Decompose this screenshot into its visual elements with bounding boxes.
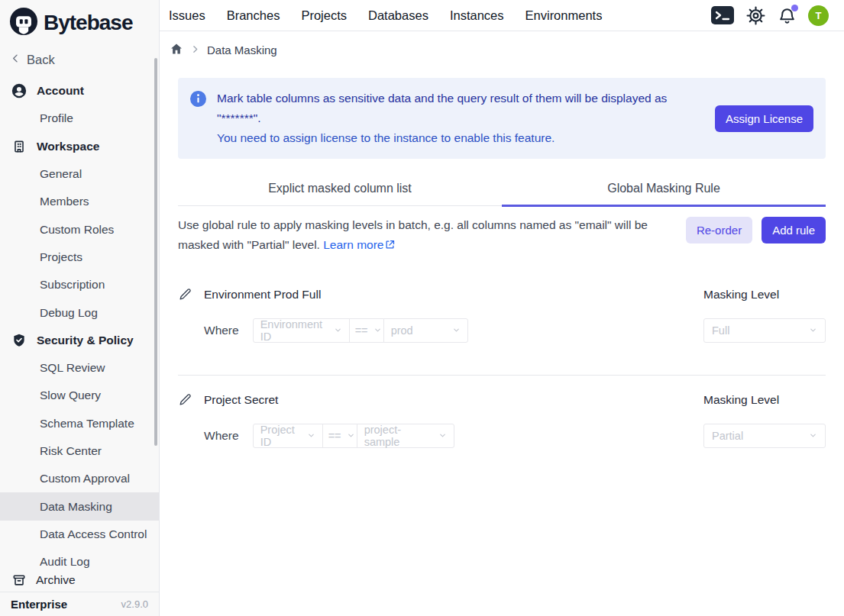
sidebar-group-account: Account: [0, 77, 159, 105]
edit-pencil-icon[interactable]: [178, 392, 192, 407]
rule-1-condition-row: Where Environment ID == prod: [178, 318, 826, 343]
add-rule-button[interactable]: Add rule: [762, 217, 826, 243]
header-actions: T: [711, 5, 829, 26]
back-label: Back: [27, 53, 55, 67]
notifications-bell-icon[interactable]: [778, 6, 797, 25]
masking-rule-card-1: Environment Prod Full Masking Level Wher…: [178, 287, 826, 343]
sidebar-item-members[interactable]: Members: [0, 188, 159, 215]
field-select[interactable]: Project ID: [253, 424, 323, 448]
sidebar-nav: Account Profile Workspace General Member…: [0, 69, 159, 569]
banner-text: Mark table columns as sensitive data and…: [217, 89, 704, 148]
chevron-down-icon: [307, 430, 315, 442]
edit-pencil-icon[interactable]: [178, 287, 192, 302]
sidebar-item-data-access-control[interactable]: Data Access Control: [0, 521, 159, 548]
plan-label: Enterprise: [11, 598, 67, 611]
nav-link-databases[interactable]: Databases: [368, 8, 428, 23]
main-area: Issues Branches Projects Databases Insta…: [160, 0, 844, 616]
value-select[interactable]: project-sample: [357, 424, 454, 448]
notification-dot: [791, 5, 798, 11]
condition-expression: Project ID == project-sample: [253, 424, 454, 448]
tab-global-masking-rule[interactable]: Global Masking Rule: [502, 173, 826, 205]
chevron-down-icon: [809, 324, 817, 337]
operator-select[interactable]: ==: [349, 318, 384, 343]
tab-explict-masked-column-list[interactable]: Explict masked column list: [178, 173, 502, 205]
building-icon: [11, 139, 27, 154]
rules-description: Use global rule to apply masking levels …: [178, 215, 686, 256]
rule-actions: Re-order Add rule: [686, 215, 826, 243]
nav-link-environments[interactable]: Environments: [525, 8, 603, 23]
masking-level-select[interactable]: Partial: [703, 424, 826, 448]
banner-line-1: Mark table columns as sensitive data and…: [217, 89, 704, 128]
banner-line-2: You need to assign license to the instan…: [217, 128, 704, 148]
settings-gear-icon[interactable]: [745, 5, 766, 26]
top-header: Issues Branches Projects Databases Insta…: [160, 0, 844, 31]
field-select[interactable]: Environment ID: [253, 318, 350, 343]
nav-link-branches[interactable]: Branches: [227, 8, 280, 23]
masking-level-select[interactable]: Full: [703, 318, 826, 343]
sidebar-item-audit-log[interactable]: Audit Log: [0, 548, 159, 569]
rule-2-condition-row: Where Project ID == project-sample: [178, 424, 826, 448]
chevron-down-icon: [334, 324, 342, 337]
sidebar-item-schema-template[interactable]: Schema Template: [0, 410, 159, 437]
nav-link-projects[interactable]: Projects: [301, 8, 347, 23]
chevron-down-icon: [438, 430, 447, 442]
rule-title: Environment Prod Full: [204, 288, 321, 302]
sidebar-footer: Enterprise v2.9.0: [0, 592, 159, 616]
sql-editor-terminal-icon[interactable]: [711, 6, 734, 24]
rule-title: Project Secret: [204, 393, 278, 407]
settings-sidebar: Bytebase Back Account Profile Workspace: [0, 0, 160, 616]
user-icon: [11, 82, 27, 99]
rule-2-header: Project Secret Masking Level: [178, 392, 826, 407]
sidebar-item-sql-review[interactable]: SQL Review: [0, 354, 159, 382]
chevron-right-icon: [190, 44, 200, 56]
condition-expression: Environment ID == prod: [253, 318, 468, 343]
rule-1-header: Environment Prod Full Masking Level: [178, 287, 826, 302]
sidebar-item-slow-query[interactable]: Slow Query: [0, 382, 159, 409]
sidebar-item-custom-approval[interactable]: Custom Approval: [0, 465, 159, 492]
brand-wordmark: Bytebase: [44, 11, 133, 35]
external-link-icon: [384, 240, 396, 253]
chevron-left-icon: [10, 53, 21, 67]
where-label: Where: [204, 324, 239, 337]
learn-more-link[interactable]: Learn more: [323, 238, 396, 251]
masking-level-label: Masking Level: [703, 393, 826, 407]
sidebar-item-profile[interactable]: Profile: [0, 105, 159, 132]
breadcrumb-current: Data Masking: [207, 44, 277, 56]
reorder-button[interactable]: Re-order: [686, 217, 752, 243]
sidebar-item-custom-roles[interactable]: Custom Roles: [0, 215, 159, 243]
sidebar-item-general[interactable]: General: [0, 160, 159, 188]
sidebar-item-archive[interactable]: Archive: [0, 569, 159, 592]
archive-box-icon: [11, 572, 27, 588]
nav-link-issues[interactable]: Issues: [169, 8, 205, 23]
where-label: Where: [204, 429, 239, 443]
sidebar-item-data-masking[interactable]: Data Masking: [0, 492, 159, 520]
chevron-down-icon: [452, 324, 461, 337]
breadcrumb: Data Masking: [160, 31, 844, 58]
sidebar-scrollbar[interactable]: [154, 58, 157, 446]
assign-license-button[interactable]: Assign License: [715, 105, 813, 132]
info-icon: [190, 91, 206, 110]
operator-select[interactable]: ==: [322, 424, 357, 448]
license-info-banner: Mark table columns as sensitive data and…: [178, 78, 826, 159]
nav-link-instances[interactable]: Instances: [450, 8, 504, 23]
back-button[interactable]: Back: [10, 50, 159, 69]
chevron-down-icon: [347, 430, 355, 442]
sidebar-item-debug-log[interactable]: Debug Log: [0, 298, 159, 326]
sidebar-group-workspace: Workspace: [0, 133, 159, 160]
rules-description-row: Use global rule to apply masking levels …: [178, 215, 826, 256]
archive-label: Archive: [36, 573, 76, 587]
bytebase-app: Bytebase Back Account Profile Workspace: [0, 0, 844, 616]
version-label: v2.9.0: [121, 598, 148, 610]
shield-icon: [11, 333, 27, 348]
avatar[interactable]: T: [808, 5, 829, 26]
bytebase-mascot-icon: [9, 7, 38, 39]
top-nav: Issues Branches Projects Databases Insta…: [169, 8, 602, 23]
home-icon[interactable]: [170, 42, 183, 58]
value-select[interactable]: prod: [383, 318, 468, 343]
brand-logo[interactable]: Bytebase: [0, 0, 159, 42]
chevron-down-icon: [809, 430, 817, 442]
chevron-down-icon: [373, 324, 382, 337]
sidebar-item-risk-center[interactable]: Risk Center: [0, 437, 159, 465]
sidebar-item-projects[interactable]: Projects: [0, 243, 159, 271]
sidebar-item-subscription[interactable]: Subscription: [0, 271, 159, 298]
